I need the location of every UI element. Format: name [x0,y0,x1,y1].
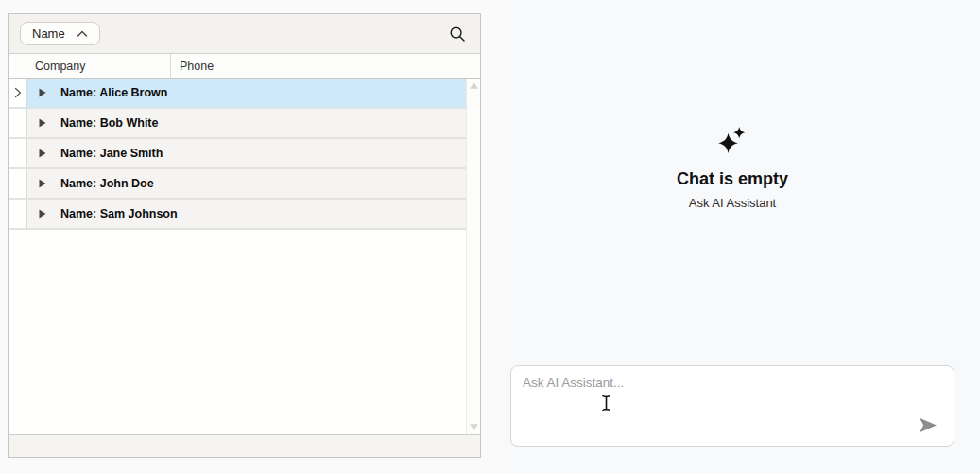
group-row-alice-brown[interactable]: Name: Alice Brown [9,79,466,109]
chat-input-field[interactable] [511,366,954,446]
expand-triangle-icon[interactable] [39,88,46,97]
expand-triangle-icon[interactable] [39,179,46,188]
sparkles-icon [716,126,748,158]
data-grid: Company Phone Name: Alice Brown [9,54,480,457]
scroll-up-icon[interactable] [470,82,478,89]
group-row-jane-smith[interactable]: Name: Jane Smith [9,139,466,169]
scroll-down-icon[interactable] [470,424,478,430]
group-row-sam-johnson[interactable]: Name: Sam Johnson [9,200,466,230]
contacts-grid-panel: Name Company Phone [8,13,481,458]
focused-row-indicator [9,79,27,107]
ai-chat-panel: Chat is empty Ask AI Assistant [501,0,980,473]
vertical-scrollbar[interactable] [466,79,480,434]
send-icon[interactable] [918,415,938,434]
group-row-label: Name: Bob White [60,116,158,130]
header-phone[interactable]: Phone [171,54,284,78]
search-icon[interactable] [446,23,469,45]
group-row-label: Name: Alice Brown [60,86,167,99]
grid-toolbar: Name [9,14,480,54]
grid-status-bar [9,434,480,457]
header-company[interactable]: Company [26,54,171,78]
group-row-bob-white[interactable]: Name: Bob White [9,109,466,139]
chat-empty-subtitle: Ask AI Assistant [510,196,954,210]
group-row-label: Name: Sam Johnson [60,207,178,220]
expand-triangle-icon[interactable] [39,209,46,219]
expand-triangle-icon[interactable] [39,149,46,158]
chevron-right-icon [14,87,22,98]
header-filler [284,54,480,78]
header-row-indicator [9,54,26,78]
sort-field-label: Name [32,26,65,41]
grid-body: Name: Alice Brown Name: Bob White [9,79,480,434]
group-row-label: Name: Jane Smith [60,147,163,160]
group-row-label: Name: John Doe [60,177,154,190]
chat-empty-state: Chat is empty Ask AI Assistant [510,126,954,210]
chevron-up-icon [77,30,88,38]
chat-input-box [510,365,954,447]
grid-header-row: Company Phone [9,54,480,79]
expand-triangle-icon[interactable] [39,118,46,128]
sort-by-button[interactable]: Name [20,22,100,45]
chat-empty-title: Chat is empty [510,169,954,189]
group-row-john-doe[interactable]: Name: John Doe [9,169,466,200]
